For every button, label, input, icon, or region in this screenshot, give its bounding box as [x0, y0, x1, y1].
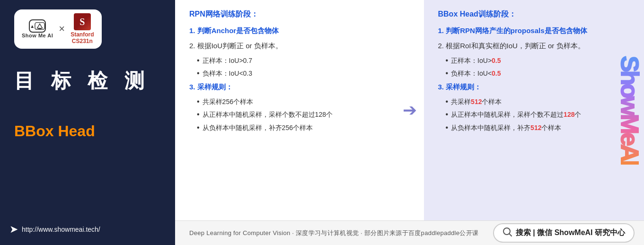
bbox-header-text: BBox Head训练阶段： [438, 10, 516, 18]
logo-area: Show Me AI × S Stanford CS231n [14, 9, 102, 49]
rpn-bullet4: • 从正样本中随机采样，采样个数不超过128个 [197, 109, 381, 120]
page-title: 目 标 检 测 [14, 68, 150, 94]
cross-icon: × [59, 23, 65, 35]
rpn-bullet1: • 正样本：IoU>0.7 [197, 55, 381, 66]
showmeai-text: Show Me AI [22, 33, 53, 38]
website-footer: ➤ http://www.showmeai.tech/ [9, 223, 100, 236]
rpn-step2: 2. 根据IoU判断正 or 负样本。 [189, 40, 381, 52]
rpn-step3: 3. 采样规则： [189, 81, 381, 93]
search-badge[interactable]: 搜索 | 微信 ShowMeAI 研究中心 [493, 223, 635, 243]
website-url: http://www.showmeai.tech/ [22, 226, 100, 233]
bbox-step1: 1. 判断RPN网络产生的proposals是否包含物体 [438, 25, 630, 36]
bbox-bullet5: • 从负样本中随机采样，补齐512个样本 [446, 122, 630, 133]
stanford-letter: S [74, 13, 91, 30]
bottom-text-left: Deep Learning for Computer Vision · 深度学习… [189, 229, 478, 237]
stanford-text: Stanford CS231n [71, 31, 94, 45]
rpn-panel: RPN网络训练阶段： 1. 判断Anchor是否包含物体 2. 根据IoU判断正… [175, 0, 396, 220]
stanford-logo: S Stanford CS231n [71, 13, 94, 45]
rpn-header-text: RPN网络训练阶段： [189, 10, 258, 18]
arrow-container: ➔ [396, 0, 424, 220]
bbox-bullet4: • 从正样本中随机采样，采样个数不超过128个 [446, 109, 630, 120]
search-label: 搜索 | 微信 ShowMeAI 研究中心 [516, 228, 625, 238]
bbox-step3: 3. 采样规则： [438, 81, 630, 93]
arrow-icon: ➔ [403, 100, 417, 120]
rpn-bullet3: • 共采样256个样本 [197, 96, 381, 107]
search-icon [503, 227, 512, 239]
content-area: RPN网络训练阶段： 1. 判断Anchor是否包含物体 2. 根据IoU判断正… [175, 0, 644, 245]
svg-marker-1 [37, 24, 43, 28]
rpn-bullet5: • 从负样本中随机采样，补齐256个样本 [197, 122, 381, 133]
rpn-header: RPN网络训练阶段： [189, 9, 381, 19]
bbox-header: BBox Head训练阶段： [438, 9, 630, 19]
svg-rect-2 [38, 28, 41, 29]
bbox-bullet2: • 负样本：IoU<0.5 [446, 68, 630, 79]
showmeai-icon [29, 19, 46, 33]
bbox-bullet3: • 共采样512个样本 [446, 96, 630, 107]
bbox-step2: 2. 根据RoI和真实框的IoU，判断正 or 负样本。 [438, 40, 630, 52]
rpn-bullet2: • 负样本：IoU<0.3 [197, 68, 381, 79]
sidebar: Show Me AI × S Stanford CS231n 目 标 检 测 B… [0, 0, 175, 245]
svg-line-4 [509, 234, 512, 236]
nav-icon: ➤ [9, 223, 18, 236]
section-title: BBox Head [14, 122, 95, 140]
showmeai-logo: Show Me AI [22, 19, 53, 38]
bottom-bar: Deep Learning for Computer Vision · 深度学习… [175, 220, 644, 245]
bbox-bullet1: • 正样本：IoU>0.5 [446, 55, 630, 66]
rpn-step1: 1. 判断Anchor是否包含物体 [189, 25, 381, 36]
comparison-section: RPN网络训练阶段： 1. 判断Anchor是否包含物体 2. 根据IoU判断正… [175, 0, 644, 220]
bbox-panel: BBox Head训练阶段： 1. 判断RPN网络产生的proposals是否包… [424, 0, 644, 220]
